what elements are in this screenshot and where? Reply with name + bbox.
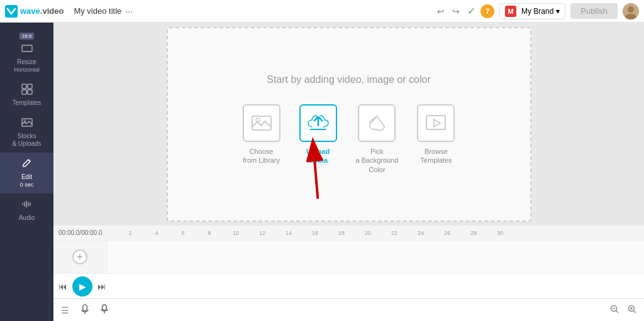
audio-icon	[21, 199, 33, 212]
content-area: Start by adding video, image or color Ch…	[53, 23, 644, 321]
templates-icon	[21, 84, 33, 97]
ruler-mark: 8	[196, 230, 223, 236]
ruler-mark: 24	[408, 230, 434, 236]
sidebar-stocks-label: Stocks& Uploads	[12, 133, 41, 148]
bgcolor-label: Picka BackgroundColor	[356, 147, 399, 174]
track-content	[107, 241, 644, 273]
upload-media-action[interactable]: UploadMedia	[299, 104, 337, 165]
stocks-icon	[21, 117, 33, 131]
svg-point-17	[83, 305, 87, 311]
svg-point-12	[256, 118, 260, 122]
publish-button[interactable]: Publish	[570, 3, 618, 19]
undo-button[interactable]: ↩	[435, 5, 447, 18]
canvas-frame: Start by adding video, image or color Ch…	[167, 27, 531, 222]
ruler-mark: 28	[460, 230, 487, 236]
resize-icon	[21, 43, 33, 57]
logo-icon	[5, 5, 18, 18]
ruler-mark: 6	[170, 230, 196, 236]
svg-line-23	[616, 311, 619, 313]
menu-button[interactable]: ☰	[58, 304, 72, 317]
browse-templates-action[interactable]: BrowseTemplates	[417, 104, 455, 165]
svg-marker-14	[434, 119, 440, 127]
main-layout: 16:9 ResizeHorizontal Templates Stocks& …	[0, 23, 644, 321]
ruler-mark: 16	[302, 230, 328, 236]
upload-icon	[299, 104, 337, 142]
svg-rect-6	[28, 84, 32, 89]
library-icon	[243, 104, 280, 142]
timeline-ruler-bar: 00:00.0/00:00.0 2 4 6 8 10 12 14 16 18 2…	[53, 226, 644, 241]
sidebar-item-stocks[interactable]: Stocks& Uploads	[0, 112, 53, 153]
topbar: wave.video My video title ··· ↩ ↪ ✓ 7 M …	[0, 0, 644, 23]
svg-point-2	[628, 6, 634, 13]
ruler-mark: 10	[223, 230, 249, 236]
sidebar-edit-label: Edit0 sec	[20, 173, 34, 188]
timer-badge: 7	[480, 4, 494, 18]
svg-rect-13	[426, 116, 445, 129]
upload-label: UploadMedia	[306, 147, 330, 165]
ruler-mark: 22	[381, 230, 408, 236]
svg-rect-5	[22, 84, 26, 89]
browse-label: BrowseTemplates	[420, 147, 452, 165]
resize-badge: 16:9	[19, 33, 35, 40]
bgcolor-icon	[358, 104, 396, 142]
svg-rect-4	[22, 45, 32, 52]
browse-icon	[417, 104, 455, 142]
add-track-button[interactable]: +	[72, 249, 87, 264]
ruler-mark: 20	[355, 230, 381, 236]
svg-point-10	[24, 120, 26, 122]
canvas-prompt: Start by adding video, image or color	[267, 74, 431, 85]
topbar-right: ↩ ↪ ✓ 7 M My Brand ▾ Publish	[435, 3, 639, 19]
play-button[interactable]: ▶	[72, 276, 92, 297]
canvas-actions: Choosefrom Library UploadMedia	[243, 104, 455, 174]
ruler-mark: 14	[275, 230, 302, 236]
brand-selector[interactable]: M My Brand ▾	[499, 3, 565, 19]
ruler-mark: 12	[249, 230, 275, 236]
svg-rect-0	[5, 5, 18, 18]
canvas-area: Start by adding video, image or color Ch…	[53, 23, 644, 226]
brand-chevron-icon: ▾	[556, 7, 560, 16]
track-sidebar: +	[53, 241, 107, 273]
logo: wave.video	[5, 5, 64, 18]
library-label: Choosefrom Library	[243, 147, 280, 165]
sidebar-item-resize[interactable]: 16:9 ResizeHorizontal	[0, 28, 53, 79]
avatar[interactable]	[623, 3, 639, 19]
svg-rect-8	[28, 90, 32, 94]
logo-text: wave.video	[20, 6, 64, 16]
svg-rect-11	[252, 116, 271, 130]
redo-button[interactable]: ↪	[450, 5, 462, 18]
svg-rect-19	[103, 305, 106, 310]
ruler-mark: 2	[117, 230, 143, 236]
voice-button[interactable]	[78, 303, 92, 317]
ruler-mark: 4	[143, 230, 170, 236]
timeline-tracks: +	[53, 241, 644, 273]
zoom-out-button[interactable]	[608, 303, 621, 317]
zoom-in-button[interactable]	[625, 303, 639, 317]
sidebar: 16:9 ResizeHorizontal Templates Stocks& …	[0, 23, 53, 321]
choose-library-action[interactable]: Choosefrom Library	[243, 104, 280, 165]
bottom-bar: ☰	[53, 298, 644, 321]
undo-redo-group: ↩ ↪	[435, 5, 462, 18]
title-options-button[interactable]: ···	[125, 6, 133, 16]
skip-back-button[interactable]: ⏮	[58, 281, 67, 291]
bgcolor-action[interactable]: Picka BackgroundColor	[356, 104, 399, 174]
video-title[interactable]: My video title	[74, 6, 121, 16]
sidebar-templates-label: Templates	[13, 99, 42, 107]
skip-forward-button[interactable]: ⏭	[97, 281, 106, 291]
sidebar-resize-label: ResizeHorizontal	[14, 58, 40, 73]
ruler-mark: 26	[434, 230, 460, 236]
svg-line-27	[634, 311, 636, 313]
svg-rect-7	[22, 90, 26, 94]
edit-icon	[21, 158, 33, 171]
ruler-mark: 30	[487, 230, 513, 236]
brand-icon: M	[505, 6, 516, 17]
time-display: 00:00.0/00:00.0	[58, 229, 112, 236]
bottom-left-controls: ☰	[58, 303, 111, 317]
save-check-icon: ✓	[467, 5, 475, 17]
ruler-mark: 18	[328, 230, 355, 236]
timeline-ruler: 2 4 6 8 10 12 14 16 18 20 22 24 26 28 30	[112, 230, 639, 236]
mic-button[interactable]	[98, 303, 111, 317]
sidebar-item-templates[interactable]: Templates	[0, 79, 53, 112]
sidebar-item-edit[interactable]: Edit0 sec	[0, 153, 53, 193]
playback-bar: ⏮ ▶ ⏭	[53, 273, 644, 298]
sidebar-item-audio[interactable]: Audio	[0, 193, 53, 227]
